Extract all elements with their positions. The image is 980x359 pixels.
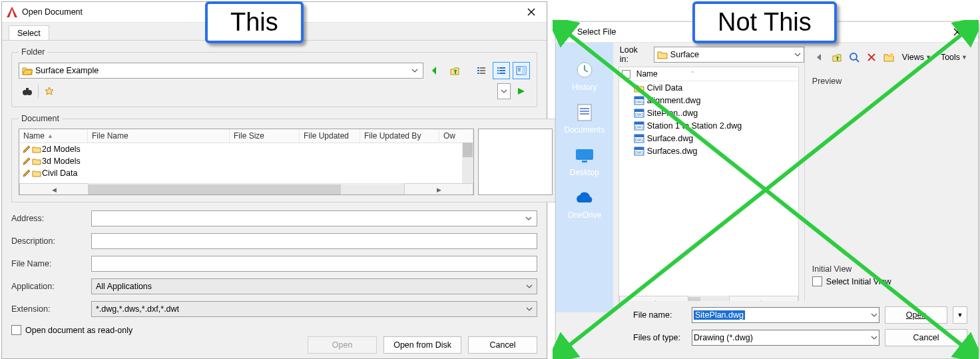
svg-rect-15: [522, 67, 526, 75]
folder-row: Surface Example: [19, 62, 530, 79]
chevron-down-icon: [526, 307, 533, 311]
open-from-disk-button[interactable]: Open from Disk: [383, 336, 461, 354]
scroll-right-button[interactable]: ▶: [404, 183, 473, 195]
list-item[interactable]: DWGalignment.dwg: [619, 94, 798, 107]
scroll-thumb[interactable]: [463, 143, 473, 157]
svg-rect-28: [580, 113, 589, 115]
tools-menu[interactable]: Tools▼: [937, 50, 971, 65]
form-grid: Address: Description: File Name: Applica…: [11, 210, 537, 317]
list-item[interactable]: DWGSitePlan..dwg: [619, 107, 798, 119]
file-name-field[interactable]: [91, 256, 537, 272]
open-button[interactable]: Open: [885, 306, 947, 324]
header-checkbox[interactable]: [619, 70, 634, 79]
document-list[interactable]: Name▲ File Name File Size File Updated F…: [19, 129, 474, 195]
cancel-button[interactable]: Cancel: [468, 336, 537, 354]
col-file-updated-by[interactable]: File Updated By: [360, 129, 439, 143]
address-field[interactable]: [91, 210, 537, 226]
favorite-add-button[interactable]: [41, 83, 58, 100]
select-file-dialog: Select File History Documents Desktop On…: [555, 21, 979, 359]
table-row[interactable]: Civil Data: [19, 167, 473, 179]
go-button[interactable]: [513, 83, 530, 100]
extension-combo[interactable]: *.dwg,*.dws,*.dxf,*.dwt: [91, 301, 537, 317]
place-documents[interactable]: Documents: [565, 103, 605, 135]
file-name-value: SitePlan.dwg: [694, 310, 745, 320]
col-file-name[interactable]: File Name: [88, 129, 230, 143]
nav-back-button[interactable]: [812, 49, 828, 65]
svg-rect-9: [497, 70, 499, 71]
description-field[interactable]: [91, 233, 537, 249]
cancel-button[interactable]: Cancel: [885, 329, 967, 346]
dialog-footer: File name: SitePlan.dwg Open ▼ Files of …: [622, 301, 978, 358]
view-list-button[interactable]: [473, 62, 490, 79]
place-history[interactable]: History: [572, 60, 597, 92]
view-details-button[interactable]: [493, 62, 510, 79]
horizontal-scrollbar[interactable]: ◀ ▶: [19, 183, 473, 195]
file-list[interactable]: Name˄ Civil DataDWGalignment.dwgDWGSiteP…: [618, 67, 799, 308]
extension-value: *.dwg,*.dws,*.dxf,*.dwt: [96, 304, 179, 314]
place-desktop[interactable]: Desktop: [570, 145, 599, 177]
search-web-button[interactable]: [846, 49, 862, 65]
file-list-header[interactable]: Name˄: [619, 67, 798, 81]
desktop-icon: [573, 145, 596, 165]
place-label: History: [572, 83, 597, 92]
tab-select[interactable]: Select: [9, 25, 49, 40]
history-icon: [573, 60, 596, 80]
svg-rect-35: [634, 109, 644, 112]
nav-up-button[interactable]: [829, 49, 845, 65]
svg-rect-32: [634, 97, 644, 99]
folder-legend: Folder: [19, 47, 47, 57]
scroll-thumb[interactable]: [89, 184, 341, 194]
scroll-left-button[interactable]: ◀: [19, 183, 89, 195]
file-name-label: File Name:: [11, 259, 91, 268]
search-dropdown[interactable]: [497, 83, 511, 99]
scroll-track[interactable]: [89, 184, 404, 194]
vertical-scrollbar[interactable]: [462, 143, 473, 183]
center-pane: Look in: Surface Name˄ Civil DataDWGalig…: [613, 43, 805, 312]
lookin-label: Look in:: [620, 45, 647, 64]
nav-back-button[interactable]: [426, 62, 443, 79]
open-dropdown-button[interactable]: ▼: [953, 306, 967, 324]
folder-combo[interactable]: Surface Example: [19, 63, 423, 79]
svg-text:DWG: DWG: [635, 138, 643, 142]
svg-rect-10: [497, 73, 499, 74]
svg-rect-17: [518, 69, 521, 70]
preview-box: [812, 89, 971, 256]
place-onedrive[interactable]: OneDrive: [568, 188, 602, 220]
list-item[interactable]: DWGSurfaces.dwg: [619, 145, 798, 157]
col-file-size[interactable]: File Size: [230, 129, 300, 143]
files-of-type-label: Files of type:: [633, 333, 686, 342]
col-file-updated[interactable]: File Updated: [300, 129, 360, 143]
description-label: Description:: [11, 236, 91, 246]
delete-button[interactable]: [863, 49, 879, 65]
list-item[interactable]: Civil Data: [619, 81, 798, 94]
application-combo[interactable]: All Applications: [91, 278, 537, 294]
svg-rect-13: [499, 73, 505, 74]
list-item[interactable]: DWGSurface.dwg: [619, 132, 798, 145]
views-menu[interactable]: Views▼: [898, 50, 935, 65]
close-button[interactable]: [516, 2, 547, 22]
view-preview-button[interactable]: [513, 62, 530, 79]
svg-text:DWG: DWG: [635, 125, 643, 129]
lookin-combo[interactable]: Surface: [654, 47, 804, 63]
list-item[interactable]: DWGStation 1 to Station 2.dwg: [619, 119, 798, 132]
svg-rect-21: [26, 88, 29, 91]
folder-icon: [634, 83, 644, 93]
files-of-type-combo[interactable]: Drawing (*.dwg): [692, 330, 879, 346]
nav-up-button[interactable]: [446, 62, 463, 79]
select-initial-view-checkbox[interactable]: Select Initial View: [812, 276, 971, 286]
col-name[interactable]: Name▲: [19, 129, 88, 143]
folder-icon: [32, 145, 41, 154]
row-label: 2d Models: [42, 145, 81, 154]
col-owner[interactable]: Ow: [439, 129, 473, 143]
table-row[interactable]: 2d Models: [19, 143, 473, 155]
col-name[interactable]: Name˄: [634, 69, 798, 79]
list-header[interactable]: Name▲ File Name File Size File Updated F…: [19, 129, 473, 143]
extension-label: Extension:: [11, 304, 91, 314]
table-row[interactable]: 3d Models: [19, 155, 473, 167]
lookin-row: Look in: Surface: [613, 43, 804, 67]
file-name-field[interactable]: SitePlan.dwg: [692, 307, 879, 323]
binoculars-button[interactable]: [19, 83, 36, 100]
application-label: Application:: [11, 282, 91, 291]
new-folder-button[interactable]: [881, 49, 897, 65]
close-button[interactable]: [942, 22, 973, 42]
